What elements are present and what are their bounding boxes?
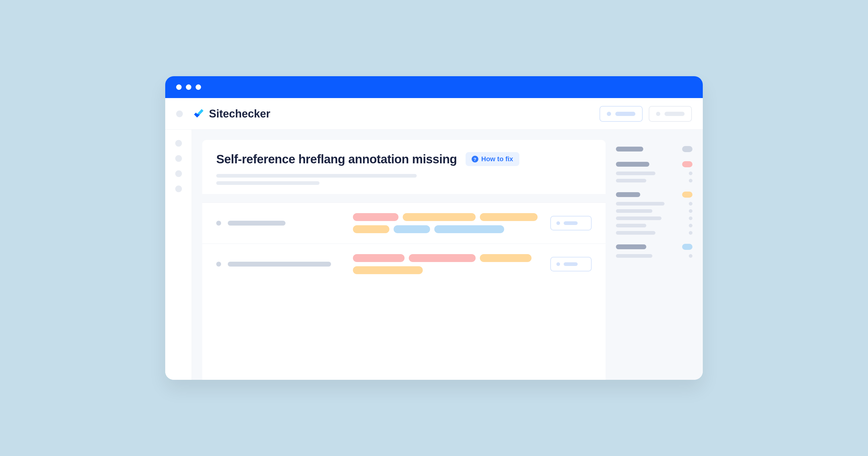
menu-toggle[interactable]	[176, 110, 183, 117]
question-icon: ?	[472, 156, 478, 162]
panel-item[interactable]	[616, 217, 692, 220]
url-placeholder	[228, 221, 285, 226]
tag[interactable]	[353, 213, 399, 221]
count-badge	[682, 161, 692, 167]
section-heading	[616, 245, 646, 249]
sidebar	[165, 130, 192, 380]
panel-item[interactable]	[616, 179, 692, 183]
placeholder-icon	[656, 112, 660, 116]
panel-section	[616, 192, 692, 235]
tag[interactable]	[434, 225, 504, 233]
panel-item[interactable]	[616, 171, 692, 175]
app-body: Self-reference hreflang annotation missi…	[165, 130, 703, 380]
window-control-minimize[interactable]	[186, 85, 191, 90]
content-card: Self-reference hreflang annotation missi…	[202, 140, 606, 380]
checkmark-icon	[192, 108, 205, 120]
bullet-icon	[216, 262, 221, 266]
placeholder-text	[564, 221, 578, 225]
window-control-close[interactable]	[176, 85, 182, 90]
panel-section	[616, 161, 692, 183]
tag[interactable]	[353, 225, 390, 233]
panel-item[interactable]	[616, 209, 692, 213]
count-badge	[682, 146, 692, 152]
count-badge	[682, 192, 692, 198]
placeholder-text	[564, 262, 578, 266]
issue-row[interactable]	[202, 243, 606, 285]
header-action-primary[interactable]	[599, 106, 643, 122]
sidebar-item[interactable]	[175, 170, 182, 177]
main-area: Self-reference hreflang annotation missi…	[192, 130, 703, 380]
section-heading	[616, 192, 640, 197]
panel-item[interactable]	[616, 224, 692, 227]
placeholder-icon	[556, 262, 560, 266]
panel-item[interactable]	[616, 231, 692, 235]
how-to-fix-button[interactable]: ? How to fix	[466, 152, 519, 166]
panel-section	[616, 146, 692, 152]
tag[interactable]	[409, 254, 475, 262]
sidebar-item[interactable]	[175, 186, 182, 192]
row-action-button[interactable]	[550, 257, 592, 271]
brand[interactable]: Sitechecker	[192, 107, 270, 120]
section-heading	[616, 146, 643, 152]
description-placeholder	[216, 174, 592, 185]
card-header: Self-reference hreflang annotation missi…	[202, 140, 606, 194]
tag[interactable]	[480, 213, 537, 221]
placeholder-text	[615, 112, 636, 116]
brand-name: Sitechecker	[209, 107, 270, 120]
window-control-maximize[interactable]	[195, 85, 201, 90]
tag-group	[353, 213, 541, 233]
panel-item[interactable]	[616, 254, 692, 258]
app-window: Sitechecker Self-reference hreflang anno…	[165, 76, 703, 380]
issue-row[interactable]	[202, 202, 606, 243]
tag[interactable]	[353, 266, 423, 274]
bullet-icon	[216, 221, 221, 226]
how-to-fix-label: How to fix	[482, 155, 513, 163]
row-action-button[interactable]	[550, 216, 592, 230]
sidebar-item[interactable]	[175, 155, 182, 162]
tag[interactable]	[394, 225, 430, 233]
tag[interactable]	[353, 254, 405, 262]
placeholder-icon	[607, 112, 611, 116]
window-titlebar	[165, 76, 703, 98]
app-header: Sitechecker	[165, 98, 703, 130]
panel-section	[616, 244, 692, 258]
placeholder-icon	[556, 221, 560, 225]
right-panel	[606, 140, 703, 380]
sidebar-item[interactable]	[175, 140, 182, 146]
section-heading	[616, 162, 649, 167]
tag[interactable]	[480, 254, 531, 262]
panel-item[interactable]	[616, 202, 692, 205]
placeholder-text	[664, 112, 685, 116]
count-badge	[682, 244, 692, 250]
header-action-secondary[interactable]	[649, 106, 692, 122]
tag-group	[353, 254, 541, 274]
page-title: Self-reference hreflang annotation missi…	[216, 153, 457, 166]
tag[interactable]	[403, 213, 475, 221]
url-placeholder	[228, 262, 331, 266]
